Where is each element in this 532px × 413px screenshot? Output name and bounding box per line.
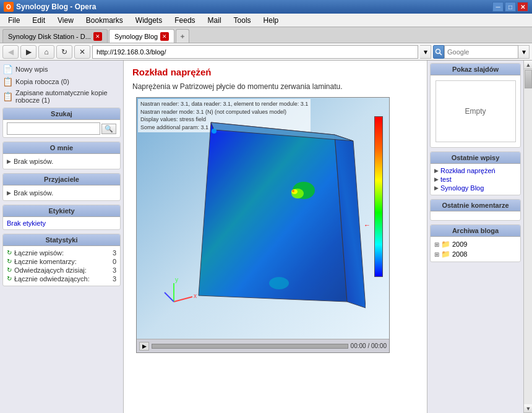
recent-post-2[interactable]: ▶ Synology Blog <box>434 184 517 192</box>
menu-bar: File Edit View Bookmarks Widgets Feeds M… <box>0 14 532 27</box>
svg-line-3 <box>440 53 442 55</box>
autosave-link[interactable]: 📋 Zapisane automatycznie kopie robocze (… <box>2 88 121 105</box>
close-button[interactable]: ✕ <box>517 2 528 12</box>
archive-2008[interactable]: ⊞ 📁 2008 <box>434 249 517 259</box>
recent-post-1[interactable]: ▶ test <box>434 175 517 184</box>
tab-disk-station[interactable]: Synology Disk Station - D... ✕ <box>2 29 108 43</box>
slideshow-content: Empty <box>431 80 520 142</box>
video-container: Nastran reader: 3.1, data reader: 3.1, e… <box>136 97 390 353</box>
about-content: ▶ Brak wpisów. <box>3 154 120 169</box>
forward-button[interactable]: ▶ <box>20 45 36 59</box>
svg-text:y: y <box>175 276 178 283</box>
tab-disk-station-close[interactable]: ✕ <box>93 32 102 41</box>
recent-comments-section: Ostatnie komentarze <box>430 199 521 221</box>
search-field[interactable] <box>447 48 509 56</box>
tab-disk-station-label: Synology Disk Station - D... <box>8 33 91 40</box>
svg-line-15 <box>165 292 174 302</box>
scroll-up-button[interactable]: ▲ <box>524 61 532 69</box>
friends-empty: ▶ Brak wpisów. <box>7 188 116 198</box>
friends-title: Przyjaciele <box>3 174 120 185</box>
window-controls[interactable]: ─ □ ✕ <box>492 2 528 12</box>
friends-content: ▶ Brak wpisów. <box>3 185 120 200</box>
search-content: 🔍 <box>3 120 120 137</box>
svg-text:x: x <box>194 292 197 299</box>
tab-synology-blog[interactable]: Synology Blog ✕ <box>109 29 174 43</box>
home-button[interactable]: ⌂ <box>38 45 54 59</box>
scroll-down-button[interactable]: ▼ <box>524 404 532 413</box>
menu-widgets[interactable]: Widgets <box>130 14 168 27</box>
svg-point-11 <box>269 277 289 289</box>
menu-mail[interactable]: Mail <box>202 14 227 27</box>
reload-button[interactable]: ↻ <box>56 45 72 59</box>
menu-tools[interactable]: Tools <box>228 14 257 27</box>
back-button[interactable]: ◀ <box>2 45 19 59</box>
search-title: Szukaj <box>3 108 120 120</box>
search-engine-icon <box>433 45 444 59</box>
recent-posts-content: ▶ Rozkład naprężeń ▶ test ▶ Synology Blo… <box>431 164 520 195</box>
title-bar: O Synology Blog - Opera ─ □ ✕ <box>0 0 532 14</box>
slideshow-section: Pokaz slajdów Empty <box>430 63 521 148</box>
menu-bookmarks[interactable]: Bookmarks <box>80 14 129 27</box>
search-input[interactable] <box>444 45 518 59</box>
empty-label: Empty <box>465 107 486 116</box>
scale-marker: ← <box>364 221 371 229</box>
scroll-thumb[interactable] <box>525 70 532 88</box>
menu-view[interactable]: View <box>52 14 79 27</box>
progress-bar[interactable] <box>152 344 348 349</box>
menu-file[interactable]: File <box>2 14 25 27</box>
archive-section: Archiwa bloga ⊞ 📁 2009 ⊞ 📁 2008 <box>430 224 521 262</box>
stats-content: ↻ Łącznie wpisów: 3 ↻ Łącznie komentarzy… <box>3 246 120 286</box>
url-bar: http://192.168.0.3/blog/ <box>92 45 418 59</box>
video-controls: ▶ 00:00 / 00:00 <box>137 339 389 352</box>
new-tab-button[interactable] <box>176 29 189 43</box>
content-area: Rozkład naprężeń Naprężenia w Patrizowej… <box>124 61 427 413</box>
recent-comments-title: Ostatnie komentarze <box>431 200 520 211</box>
stat-row-0: ↻ Łącznie wpisów: 3 <box>7 249 116 257</box>
sidebar-search-button[interactable]: 🔍 <box>101 124 116 134</box>
archive-title: Archiwa bloga <box>431 225 520 237</box>
stop-button[interactable]: ✕ <box>74 45 90 59</box>
stat-row-2: ↻ Odwiedzających dzisiaj: 3 <box>7 266 116 275</box>
recent-posts-section: Ostatnie wpisy ▶ Rozkład naprężeń ▶ test… <box>430 151 521 195</box>
tab-synology-blog-label: Synology Blog <box>114 33 158 40</box>
play-button[interactable]: ▶ <box>139 342 149 351</box>
stat-row-3: ↻ Łącznie odwiedzających: 3 <box>7 275 116 283</box>
svg-line-13 <box>174 297 192 302</box>
slideshow-title: Pokaz slajdów <box>431 64 520 75</box>
archive-2009[interactable]: ⊞ 📁 2009 <box>434 239 517 249</box>
about-title: O mnie <box>3 142 120 154</box>
plate-visualization: x y z <box>161 104 366 326</box>
main-layout: 📄 Nowy wpis 📋 Kopia robocza (0) 📋 Zapisa… <box>0 61 532 413</box>
tags-title: Etykiety <box>3 205 120 217</box>
archive-content: ⊞ 📁 2009 ⊞ 📁 2008 <box>431 237 520 262</box>
svg-marker-4 <box>199 122 347 302</box>
draft-link[interactable]: 📋 Kopia robocza (0) <box>2 75 121 88</box>
admin-links: 📄 Nowy wpis 📋 Kopia robocza (0) 📋 Zapisa… <box>2 63 121 105</box>
friends-section: Przyjaciele ▶ Brak wpisów. <box>2 173 121 201</box>
nav-bar: ◀ ▶ ⌂ ↻ ✕ http://192.168.0.3/blog/ ▾ ▾ <box>0 43 532 61</box>
tab-synology-blog-close[interactable]: ✕ <box>160 32 169 41</box>
tags-section: Etykiety Brak etykiety <box>2 205 121 230</box>
tags-content: Brak etykiety <box>3 217 120 229</box>
menu-edit[interactable]: Edit <box>27 14 51 27</box>
tags-empty[interactable]: Brak etykiety <box>7 219 46 227</box>
recent-posts-title: Ostatnie wpisy <box>431 152 520 164</box>
search-dropdown[interactable]: ▾ <box>518 45 530 59</box>
stat-row-1: ↻ Łącznie komentarzy: 0 <box>7 257 116 266</box>
menu-help[interactable]: Help <box>258 14 285 27</box>
menu-feeds[interactable]: Feeds <box>169 14 200 27</box>
scroll-track <box>524 69 532 404</box>
new-post-link[interactable]: 📄 Nowy wpis <box>2 63 121 75</box>
url-dropdown[interactable]: ▾ <box>420 45 431 59</box>
right-scrollbar: ▲ ▼ <box>523 61 532 413</box>
sidebar-search-input[interactable] <box>7 122 100 135</box>
right-sidebar-wrapper: Pokaz slajdów Empty Ostatnie wpisy ▶ Roz… <box>427 61 532 413</box>
empty-box: Empty <box>435 80 516 142</box>
minimize-button[interactable]: ─ <box>492 2 504 12</box>
right-sidebar: Pokaz slajdów Empty Ostatnie wpisy ▶ Roz… <box>427 61 523 413</box>
recent-post-0[interactable]: ▶ Rozkład naprężeń <box>434 166 517 175</box>
recent-comments-content <box>431 211 520 220</box>
about-empty: ▶ Brak wpisów. <box>7 156 116 166</box>
maximize-button[interactable]: □ <box>505 2 516 12</box>
about-section: O mnie ▶ Brak wpisów. <box>2 142 121 169</box>
